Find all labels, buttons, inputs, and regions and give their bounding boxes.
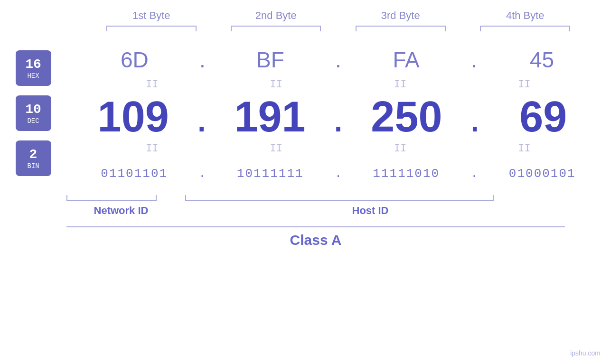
hex-label: HEX bbox=[27, 72, 39, 80]
eq2-1: II bbox=[100, 143, 204, 155]
dot-dec-1: . bbox=[196, 93, 207, 141]
bin-num: 2 bbox=[29, 147, 38, 163]
hex-num: 16 bbox=[25, 56, 41, 73]
dot-dec-3: . bbox=[469, 93, 481, 141]
dot-hex-3: . bbox=[471, 47, 477, 73]
content-area: 6D . BF . FA . 45 II II II II 109 bbox=[66, 41, 610, 193]
hex-val-2: BF bbox=[218, 47, 322, 73]
main-container: 1st Byte 2nd Byte 3rd Byte 4th Byte 16 H… bbox=[0, 0, 610, 364]
dec-val-3: 250 bbox=[354, 93, 459, 141]
bracket-top-2 bbox=[231, 26, 321, 31]
dec-label: DEC bbox=[27, 117, 39, 125]
class-label: Class A bbox=[66, 232, 565, 248]
dot-dec-2: . bbox=[332, 93, 344, 141]
hex-val-4: 45 bbox=[490, 47, 594, 73]
eq1-4: II bbox=[472, 79, 577, 91]
byte-headers: 1st Byte 2nd Byte 3rd Byte 4th Byte bbox=[89, 9, 588, 22]
bin-val-2: 10111111 bbox=[218, 167, 322, 181]
eq1-2: II bbox=[224, 79, 328, 91]
bin-row: 01101101 . 10111111 . 11111010 . 0100010… bbox=[66, 155, 610, 193]
bracket-top-1 bbox=[106, 26, 197, 31]
hex-val-3: FA bbox=[354, 47, 459, 73]
dec-val-1: 109 bbox=[81, 93, 186, 141]
network-id-label: Network ID bbox=[66, 205, 176, 217]
dec-badge: 10 DEC bbox=[16, 95, 51, 131]
dot-bin-2: . bbox=[335, 167, 342, 181]
labels-column: 16 HEX 10 DEC 2 BIN bbox=[0, 41, 66, 186]
byte1-header: 1st Byte bbox=[99, 9, 204, 22]
dec-val-4: 69 bbox=[491, 93, 595, 141]
bracket-top-3 bbox=[356, 26, 446, 31]
bracket-bottom-host bbox=[185, 195, 494, 201]
bin-val-1: 01101101 bbox=[82, 167, 187, 181]
equals-row-1: II II II II bbox=[89, 79, 588, 91]
hex-row: 6D . BF . FA . 45 bbox=[66, 41, 610, 79]
bottom-labels: Network ID Host ID bbox=[66, 205, 565, 217]
eq2-2: II bbox=[224, 143, 328, 155]
equals-row-2: II II II II bbox=[89, 143, 588, 155]
eq2-4: II bbox=[472, 143, 577, 155]
bin-label: BIN bbox=[27, 162, 39, 170]
dec-val-2: 191 bbox=[218, 93, 322, 141]
byte4-header: 4th Byte bbox=[473, 9, 577, 22]
bottom-brackets bbox=[66, 195, 565, 201]
bin-val-4: 01000101 bbox=[490, 167, 594, 181]
eq1-1: II bbox=[100, 79, 204, 91]
class-bracket-line bbox=[66, 226, 565, 227]
dot-bin-1: . bbox=[198, 167, 206, 181]
host-id-label: Host ID bbox=[176, 205, 565, 217]
bracket-bottom-network bbox=[66, 195, 157, 201]
bracket-top-4 bbox=[480, 26, 570, 31]
bin-badge: 2 BIN bbox=[16, 140, 51, 176]
dot-hex-2: . bbox=[335, 47, 341, 73]
byte3-header: 3rd Byte bbox=[348, 9, 453, 22]
hex-badge: 16 HEX bbox=[16, 50, 51, 86]
dec-num: 10 bbox=[25, 102, 41, 118]
eq1-3: II bbox=[348, 79, 452, 91]
dec-row: 109 . 191 . 250 . 69 bbox=[66, 91, 610, 143]
bin-val-3: 11111010 bbox=[354, 167, 459, 181]
top-brackets bbox=[89, 26, 588, 31]
rows-wrapper: 16 HEX 10 DEC 2 BIN 6D . BF . FA . 45 bbox=[0, 41, 610, 193]
dot-hex-1: . bbox=[199, 47, 206, 73]
hex-val-1: 6D bbox=[82, 47, 187, 73]
class-row: Class A bbox=[66, 226, 565, 248]
dot-bin-3: . bbox=[470, 167, 478, 181]
bottom-section: Network ID Host ID Class A bbox=[0, 195, 610, 248]
byte2-header: 2nd Byte bbox=[224, 9, 328, 22]
eq2-3: II bbox=[348, 143, 452, 155]
watermark: ipshu.com bbox=[570, 349, 601, 357]
